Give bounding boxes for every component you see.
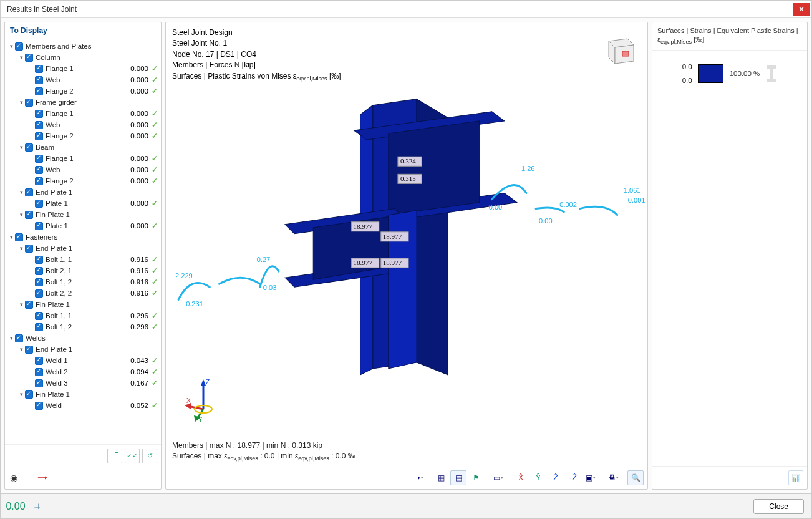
tree-item[interactable]: ▾Flange 10.000✓ [5, 153, 161, 164]
tree-checkbox[interactable] [35, 222, 43, 230]
tree-checkbox[interactable] [35, 312, 43, 320]
tree-checkbox[interactable] [35, 402, 43, 410]
tree-checkbox[interactable] [35, 278, 43, 286]
tree-item[interactable]: ▾Fin Plate 1 [5, 389, 161, 400]
view-z-icon[interactable]: Ẑ [548, 470, 564, 485]
legend-settings-icon[interactable]: 📊 [788, 470, 803, 485]
chevron-down-icon[interactable]: ▾ [17, 245, 25, 251]
tree-item[interactable]: ▾Bolt 1, 20.916✓ [5, 276, 161, 288]
bolt-view-icon[interactable] [35, 470, 50, 485]
tree-checkbox[interactable] [25, 211, 33, 219]
tree-item[interactable]: ▾Flange 20.000✓ [5, 85, 161, 97]
tree-checkbox[interactable] [35, 379, 43, 387]
tree-checkbox[interactable] [35, 177, 43, 185]
tree-item[interactable]: ▾Weld 20.094✓ [5, 366, 161, 377]
collapse-icon[interactable]: ⎾ [107, 449, 122, 463]
tree-checkbox[interactable] [35, 121, 43, 129]
tree-item[interactable]: ▾Bolt 2, 10.916✓ [5, 265, 161, 276]
tree-checkbox[interactable] [35, 110, 43, 118]
tree-item[interactable]: ▾Frame girder [5, 97, 161, 108]
display-surface-icon[interactable]: ▤ [450, 470, 466, 485]
tree-checkbox[interactable] [35, 357, 43, 365]
tree-checkbox[interactable] [25, 301, 33, 309]
flag-icon[interactable]: ⚑ [468, 470, 484, 485]
units-icon[interactable]: 0.00 [8, 499, 23, 514]
tree-item[interactable]: ▾Welds [5, 332, 161, 344]
chevron-down-icon[interactable]: ▾ [17, 346, 25, 352]
tree-checkbox[interactable] [35, 289, 43, 298]
chevron-down-icon[interactable]: ▾ [7, 335, 15, 341]
chevron-down-icon[interactable]: ▾ [17, 54, 25, 61]
view-neg-z-icon[interactable]: -Ẑ [565, 470, 581, 485]
tree-item[interactable]: ▾Fin Plate 1 [5, 299, 161, 310]
find-icon[interactable]: 🔍 [627, 470, 644, 485]
tree-item[interactable]: ▾Column [5, 52, 161, 63]
grid-icon[interactable]: ▦ [433, 470, 449, 485]
iso-view-icon[interactable]: ▣ [582, 470, 599, 485]
tree-item[interactable]: ▾Fasteners [5, 231, 161, 243]
tree-item[interactable]: ▾Bolt 1, 10.916✓ [5, 254, 161, 265]
tree-checkbox[interactable] [15, 42, 23, 51]
chevron-down-icon[interactable]: ▾ [7, 234, 15, 240]
print-icon[interactable]: 🖶 [605, 470, 621, 485]
arrow-mode-icon[interactable]: ➝ [410, 470, 427, 485]
viz-canvas[interactable]: 0.324 0.313 18.977 18.977 18.977 18.977 [166, 22, 647, 489]
uncheck-all-icon[interactable]: ↺ [142, 449, 157, 463]
tree-checkbox[interactable] [35, 87, 43, 95]
tree-checkbox[interactable] [35, 368, 43, 376]
structure-icon[interactable]: ⌗ [29, 499, 44, 514]
tree-item[interactable]: ▾Weld0.052✓ [5, 400, 161, 411]
nav-cube[interactable] [600, 32, 637, 67]
tree-item[interactable]: ▾Plate 10.000✓ [5, 220, 161, 231]
tree-checkbox[interactable] [35, 267, 43, 275]
tree-item[interactable]: ▾Bolt 1, 10.296✓ [5, 310, 161, 321]
tree-checkbox[interactable] [35, 323, 43, 331]
check-all-icon[interactable]: ✓✓ [125, 449, 140, 463]
tree-item[interactable]: ▾Members and Plates [5, 41, 161, 52]
tree-checkbox[interactable] [15, 233, 23, 241]
chevron-down-icon[interactable]: ▾ [7, 43, 15, 49]
tree-item[interactable]: ▾Beam [5, 142, 161, 153]
tree-checkbox[interactable] [25, 143, 33, 152]
tree-checkbox[interactable] [35, 166, 43, 174]
tree-item[interactable]: ▾Weld 10.043✓ [5, 355, 161, 366]
close-icon[interactable]: ✕ [793, 3, 810, 16]
chevron-down-icon[interactable]: ▾ [17, 211, 25, 218]
view-x-icon[interactable]: X̂ [513, 470, 529, 485]
close-button[interactable]: Close [753, 499, 804, 514]
zoom-icon[interactable]: ▭ [490, 470, 506, 485]
chevron-down-icon[interactable]: ▾ [17, 99, 25, 105]
tree-item[interactable]: ▾Flange 20.000✓ [5, 130, 161, 142]
tree-checkbox[interactable] [25, 188, 33, 196]
tree-checkbox[interactable] [35, 76, 43, 84]
tree-checkbox[interactable] [35, 256, 43, 264]
tree-item[interactable]: ▾Flange 10.000✓ [5, 108, 161, 119]
tree-item[interactable]: ▾Bolt 1, 20.296✓ [5, 321, 161, 332]
tree-checkbox[interactable] [25, 54, 33, 62]
tree[interactable]: ▾Members and Plates▾Column▾Flange 10.000… [5, 39, 161, 444]
chevron-down-icon[interactable]: ▾ [17, 144, 25, 150]
tree-item[interactable]: ▾Fin Plate 1 [5, 209, 161, 220]
tree-item[interactable]: ▾Bolt 2, 20.916✓ [5, 288, 161, 299]
view-y-icon[interactable]: Ŷ [530, 470, 546, 485]
chevron-down-icon[interactable]: ▾ [17, 391, 25, 397]
tree-item[interactable]: ▾End Plate 1 [5, 187, 161, 198]
tree-checkbox[interactable] [25, 346, 33, 354]
tree-checkbox[interactable] [35, 132, 43, 140]
chevron-down-icon[interactable]: ▾ [17, 189, 25, 195]
chevron-down-icon[interactable]: ▾ [17, 301, 25, 308]
tree-item[interactable]: ▾Flange 20.000✓ [5, 175, 161, 187]
tree-checkbox[interactable] [25, 390, 33, 399]
tree-checkbox[interactable] [35, 155, 43, 163]
tree-item[interactable]: ▾Flange 10.000✓ [5, 63, 161, 74]
tree-item[interactable]: ▾Web0.000✓ [5, 119, 161, 130]
tree-checkbox[interactable] [15, 334, 23, 342]
tree-checkbox[interactable] [35, 200, 43, 208]
tree-item[interactable]: ▾Plate 10.000✓ [5, 198, 161, 209]
tree-checkbox[interactable] [25, 245, 33, 253]
tree-item[interactable]: ▾Web0.000✓ [5, 164, 161, 175]
tree-item[interactable]: ▾End Plate 1 [5, 344, 161, 355]
tree-item[interactable]: ▾End Plate 1 [5, 243, 161, 254]
tree-item[interactable]: ▾Weld 30.167✓ [5, 377, 161, 389]
tree-item[interactable]: ▾Web0.000✓ [5, 74, 161, 85]
